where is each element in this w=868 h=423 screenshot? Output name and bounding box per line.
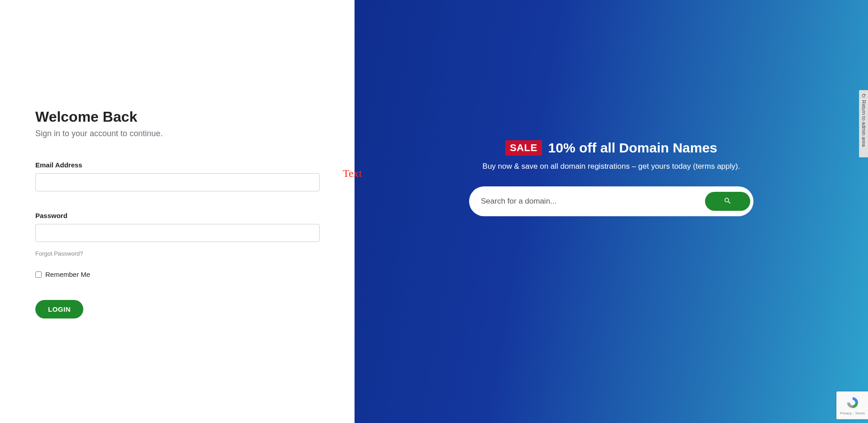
promo-title: 10% off all Domain Names bbox=[548, 140, 717, 156]
return-to-admin-label: Return to admin area bbox=[861, 100, 867, 147]
recaptcha-icon bbox=[846, 396, 859, 410]
password-field[interactable] bbox=[35, 224, 320, 242]
login-button[interactable]: LOGIN bbox=[35, 300, 83, 318]
promo-headline: SALE 10% off all Domain Names bbox=[505, 140, 717, 156]
text-overlay: Text bbox=[343, 167, 362, 180]
remember-me-checkbox[interactable] bbox=[35, 271, 42, 278]
domain-search-button[interactable] bbox=[705, 192, 750, 211]
return-to-admin-tab[interactable]: Return to admin area bbox=[859, 90, 868, 157]
email-group: Email Address bbox=[35, 161, 319, 196]
promo-panel: SALE 10% off all Domain Names Buy now & … bbox=[355, 0, 868, 423]
search-icon bbox=[724, 197, 732, 206]
email-field[interactable] bbox=[35, 173, 320, 191]
forgot-password-link[interactable]: Forgot Password? bbox=[35, 250, 83, 257]
password-group: Password bbox=[35, 212, 319, 247]
recaptcha-badge[interactable]: Privacy - Terms bbox=[836, 391, 868, 419]
refresh-icon bbox=[861, 93, 866, 100]
login-panel: Welcome Back Sign in to your account to … bbox=[0, 0, 355, 423]
sale-badge: SALE bbox=[505, 140, 542, 156]
remember-me-label: Remember Me bbox=[45, 271, 90, 278]
welcome-subtitle: Sign in to your account to continue. bbox=[35, 129, 319, 138]
recaptcha-text: Privacy - Terms bbox=[840, 411, 865, 415]
domain-search-input[interactable] bbox=[481, 197, 705, 206]
email-label: Email Address bbox=[35, 161, 319, 169]
remember-me-wrap: Remember Me bbox=[35, 271, 319, 278]
welcome-title: Welcome Back bbox=[35, 109, 319, 125]
domain-search-wrap bbox=[469, 186, 753, 216]
password-label: Password bbox=[35, 212, 319, 219]
promo-subtitle: Buy now & save on all domain registratio… bbox=[483, 162, 740, 171]
